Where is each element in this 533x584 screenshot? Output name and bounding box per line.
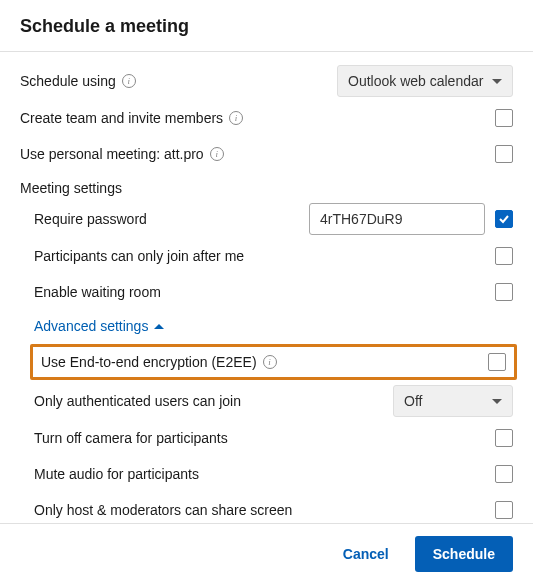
require-password-checkbox[interactable] (495, 210, 513, 228)
e2ee-label: Use End-to-end encryption (E2EE) (41, 354, 257, 370)
dialog-title: Schedule a meeting (20, 16, 513, 37)
info-icon[interactable] (263, 355, 277, 369)
e2ee-label-wrap: Use End-to-end encryption (E2EE) (41, 354, 277, 370)
personal-meeting-checkbox[interactable] (495, 145, 513, 163)
chevron-up-icon (154, 324, 164, 329)
mute-audio-checkbox[interactable] (495, 465, 513, 483)
info-icon[interactable] (122, 74, 136, 88)
join-after-me-label: Participants can only join after me (34, 248, 244, 264)
require-password-controls (309, 203, 513, 235)
waiting-room-label: Enable waiting room (34, 284, 161, 300)
host-share-label: Only host & moderators can share screen (34, 502, 292, 518)
mute-audio-row: Mute audio for participants (20, 456, 513, 492)
info-icon[interactable] (210, 147, 224, 161)
meeting-settings-title: Meeting settings (20, 172, 513, 200)
schedule-using-value: Outlook web calendar (348, 73, 483, 89)
schedule-using-label: Schedule using (20, 73, 116, 89)
require-password-label: Require password (34, 211, 147, 227)
schedule-using-row: Schedule using Outlook web calendar (20, 62, 513, 100)
schedule-using-label-wrap: Schedule using (20, 73, 136, 89)
turn-off-camera-row: Turn off camera for participants (20, 420, 513, 456)
schedule-using-select[interactable]: Outlook web calendar (337, 65, 513, 97)
e2ee-checkbox[interactable] (488, 353, 506, 371)
mute-audio-label: Mute audio for participants (34, 466, 199, 482)
turn-off-camera-label: Turn off camera for participants (34, 430, 228, 446)
info-icon[interactable] (229, 111, 243, 125)
e2ee-row: Use End-to-end encryption (E2EE) (30, 344, 517, 380)
create-team-label-wrap: Create team and invite members (20, 110, 243, 126)
join-after-me-row: Participants can only join after me (20, 238, 513, 274)
cancel-button[interactable]: Cancel (333, 538, 399, 570)
chevron-down-icon (492, 399, 502, 404)
advanced-settings-label: Advanced settings (34, 318, 148, 334)
create-team-checkbox[interactable] (495, 109, 513, 127)
auth-only-label: Only authenticated users can join (34, 393, 241, 409)
join-after-me-checkbox[interactable] (495, 247, 513, 265)
dialog-header: Schedule a meeting (0, 0, 533, 52)
personal-meeting-row: Use personal meeting: att.pro (20, 136, 513, 172)
host-share-row: Only host & moderators can share screen (20, 492, 513, 520)
auth-only-value: Off (404, 393, 422, 409)
dialog-content: Schedule using Outlook web calendar Crea… (0, 52, 533, 520)
waiting-room-checkbox[interactable] (495, 283, 513, 301)
host-share-checkbox[interactable] (495, 501, 513, 519)
schedule-button[interactable]: Schedule (415, 536, 513, 572)
dialog-footer: Cancel Schedule (0, 523, 533, 584)
password-input[interactable] (309, 203, 485, 235)
auth-only-row: Only authenticated users can join Off (20, 382, 513, 420)
create-team-label: Create team and invite members (20, 110, 223, 126)
waiting-room-row: Enable waiting room (20, 274, 513, 310)
turn-off-camera-checkbox[interactable] (495, 429, 513, 447)
personal-meeting-label: Use personal meeting: att.pro (20, 146, 204, 162)
personal-meeting-label-wrap: Use personal meeting: att.pro (20, 146, 224, 162)
chevron-down-icon (492, 79, 502, 84)
auth-only-select[interactable]: Off (393, 385, 513, 417)
advanced-settings-toggle[interactable]: Advanced settings (20, 310, 513, 342)
require-password-row: Require password (20, 200, 513, 238)
create-team-row: Create team and invite members (20, 100, 513, 136)
